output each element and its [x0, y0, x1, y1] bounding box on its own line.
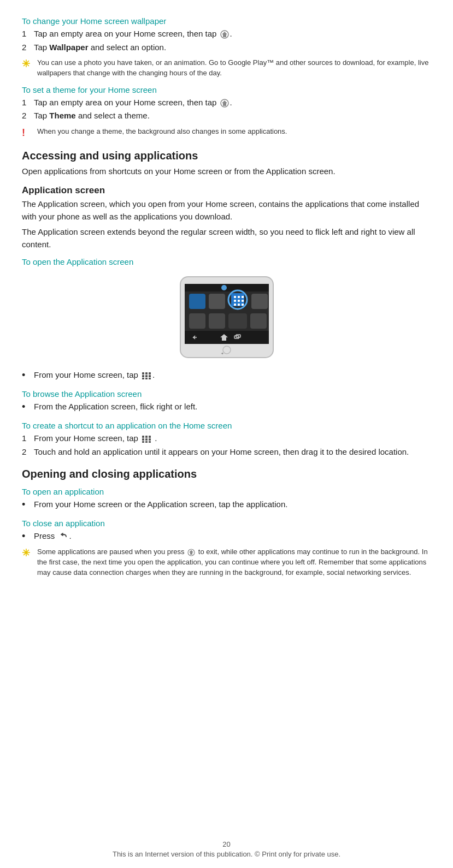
- svg-rect-18: [234, 304, 236, 306]
- close-app-bullets: • Press .: [22, 530, 431, 544]
- svg-text:✦: ✦: [221, 352, 224, 355]
- close-app-note: ✳ Some applications are paused when you …: [22, 547, 431, 578]
- svg-rect-20: [242, 304, 244, 306]
- svg-rect-39: [145, 378, 148, 379]
- open-app-screen-section: To open the Application screen: [22, 257, 431, 383]
- svg-marker-3: [222, 100, 227, 106]
- wallpaper-note: ✳ You can use a photo you have taken, or…: [22, 58, 431, 79]
- create-shortcut-heading: To create a shortcut to an application o…: [22, 421, 431, 430]
- wallpaper-note-text: You can use a photo you have taken, or a…: [37, 58, 431, 79]
- opening-closing-section: Opening and closing applications: [22, 468, 431, 480]
- svg-rect-41: [142, 436, 144, 438]
- svg-rect-48: [145, 441, 148, 443]
- svg-rect-14: [242, 296, 244, 298]
- svg-rect-24: [228, 313, 247, 329]
- svg-rect-45: [145, 438, 148, 441]
- svg-rect-15: [234, 300, 236, 302]
- svg-rect-46: [149, 438, 151, 441]
- svg-rect-22: [189, 313, 205, 329]
- svg-rect-38: [142, 378, 144, 379]
- svg-rect-42: [145, 436, 148, 438]
- page: To change your Home screen wallpaper 1 T…: [0, 0, 453, 868]
- theme-section: To set a theme for your Home screen 1 Ta…: [22, 85, 431, 140]
- accessing-body: Open applications from shortcuts on your…: [22, 165, 431, 178]
- accessing-heading: Accessing and using applications: [22, 150, 431, 162]
- open-app-bullets: • From your Home screen or the Applicati…: [22, 498, 431, 512]
- create-shortcut-step-1: 1 From your Home screen, tap .: [22, 432, 431, 445]
- theme-step-2: 2 Tap Theme and select a theme.: [22, 110, 431, 122]
- open-app-heading: To open an application: [22, 487, 431, 496]
- page-footer: 20 This is an Internet version of this p…: [0, 840, 453, 858]
- wallpaper-steps: 1 Tap an empty area on your Home screen,…: [22, 28, 431, 53]
- svg-rect-36: [145, 375, 148, 377]
- browse-app-screen-section: To browse the Application screen • From …: [22, 389, 431, 414]
- app-screen-heading: Application screen: [22, 185, 431, 196]
- svg-rect-44: [142, 438, 144, 441]
- back-icon: [58, 533, 68, 540]
- close-app-section: To close an application • Press . ✳ Some…: [22, 519, 431, 578]
- tip-icon-2: ✳: [22, 546, 37, 560]
- app-screen-para-2: The Application screen extends beyond th…: [22, 226, 431, 251]
- device-image: ✦: [153, 274, 301, 361]
- theme-warning-text: When you change a theme, the background …: [37, 127, 287, 137]
- page-number: 20: [0, 840, 453, 848]
- svg-point-7: [221, 285, 227, 290]
- grid-icon-1: [142, 372, 151, 379]
- wallpaper-step-2: 2 Tap Wallpaper and select an option.: [22, 41, 431, 54]
- svg-rect-35: [142, 375, 144, 377]
- svg-rect-16: [238, 300, 240, 302]
- create-shortcut-step-2: 2 Touch and hold an application until it…: [22, 446, 431, 459]
- warning-icon-1: !: [22, 126, 37, 140]
- footer-text: This is an Internet version of this publ…: [0, 850, 453, 858]
- svg-rect-33: [145, 372, 148, 374]
- wallpaper-heading: To change your Home screen wallpaper: [22, 16, 431, 26]
- svg-rect-49: [149, 441, 151, 443]
- svg-rect-25: [250, 313, 267, 329]
- svg-rect-12: [234, 296, 236, 298]
- close-app-note-text: Some applications are paused when you pr…: [37, 547, 431, 578]
- home-icon-inline: [187, 549, 195, 556]
- svg-marker-1: [222, 32, 227, 37]
- svg-rect-9: [209, 294, 225, 309]
- open-app-bullet-1: • From your Home screen or the Applicati…: [22, 498, 431, 512]
- close-app-heading: To close an application: [22, 519, 431, 528]
- svg-rect-23: [209, 313, 225, 329]
- opening-closing-heading: Opening and closing applications: [22, 468, 431, 480]
- svg-rect-37: [149, 375, 151, 377]
- open-app-screen-bullet-1: • From your Home screen, tap .: [22, 369, 431, 383]
- create-shortcut-steps: 1 From your Home screen, tap .: [22, 432, 431, 458]
- browse-app-screen-heading: To browse the Application screen: [22, 389, 431, 399]
- wallpaper-step-1: 1 Tap an empty area on your Home screen,…: [22, 28, 431, 40]
- svg-rect-17: [242, 300, 244, 302]
- theme-heading: To set a theme for your Home screen: [22, 85, 431, 94]
- open-app-section: To open an application • From your Home …: [22, 487, 431, 512]
- browse-bullets: • From the Application screen, flick rig…: [22, 401, 431, 414]
- home-icon-2: [220, 99, 229, 108]
- svg-rect-32: [142, 372, 144, 374]
- svg-rect-8: [189, 294, 205, 309]
- tip-icon-1: ✳: [22, 57, 37, 71]
- theme-steps: 1 Tap an empty area on your Home screen,…: [22, 97, 431, 122]
- home-icon-1: [220, 30, 229, 39]
- svg-rect-43: [149, 436, 151, 438]
- create-shortcut-section: To create a shortcut to an application o…: [22, 421, 431, 458]
- svg-rect-13: [238, 296, 240, 298]
- open-app-screen-heading: To open the Application screen: [22, 257, 431, 266]
- svg-rect-21: [251, 294, 268, 309]
- grid-icon-2: [142, 435, 151, 443]
- wallpaper-section: To change your Home screen wallpaper 1 T…: [22, 16, 431, 79]
- theme-step-1: 1 Tap an empty area on your Home screen,…: [22, 97, 431, 109]
- svg-rect-40: [149, 378, 151, 379]
- accessing-section: Accessing and using applications Open ap…: [22, 150, 431, 178]
- open-app-screen-bullets: • From your Home screen, tap .: [22, 369, 431, 383]
- svg-rect-19: [238, 304, 240, 306]
- svg-rect-47: [142, 441, 144, 443]
- app-screen-para-1: The Application screen, which you open f…: [22, 198, 431, 223]
- svg-rect-34: [149, 372, 151, 374]
- browse-bullet-1: • From the Application screen, flick rig…: [22, 401, 431, 414]
- theme-warning: ! When you change a theme, the backgroun…: [22, 127, 431, 140]
- close-app-bullet-1: • Press .: [22, 530, 431, 544]
- device-image-container: ✦: [22, 274, 431, 361]
- svg-marker-51: [189, 550, 193, 555]
- app-screen-section: Application screen The Application scree…: [22, 185, 431, 251]
